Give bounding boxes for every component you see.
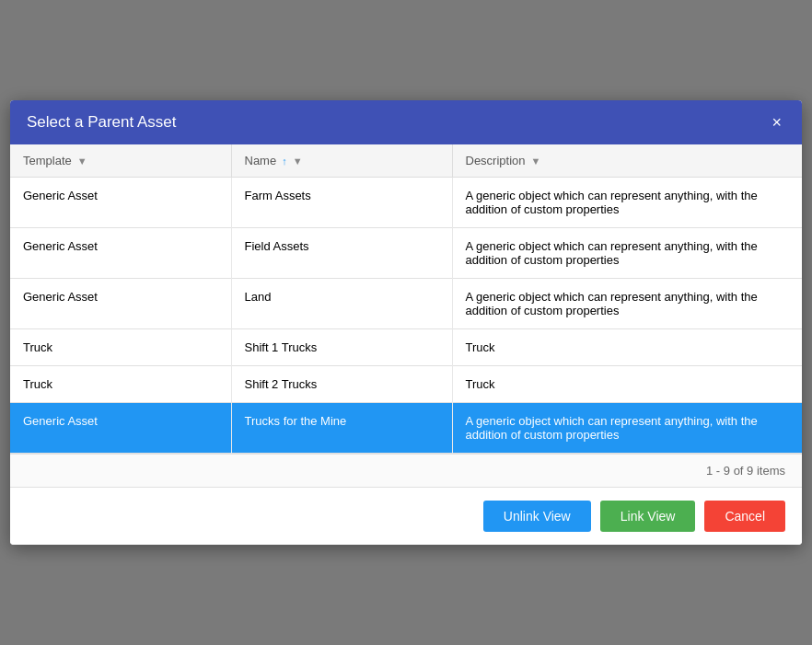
asset-table: Template ▼ Name ↑ ▼ — [10, 144, 802, 454]
table-header: Template ▼ Name ↑ ▼ — [10, 144, 802, 178]
cell-name: Trucks for the Mine — [231, 403, 452, 454]
unlink-view-button[interactable]: Unlink View — [483, 501, 591, 532]
table-row[interactable]: Generic AssetTrucks for the MineA generi… — [10, 403, 802, 454]
cell-name: Shift 1 Trucks — [231, 329, 452, 366]
cell-template: Truck — [10, 366, 231, 403]
modal: Select a Parent Asset × Template ▼ — [10, 100, 802, 545]
cell-template: Generic Asset — [10, 279, 231, 329]
name-sort-icon[interactable]: ↑ — [282, 155, 287, 167]
pagination-label: 1 - 9 of 9 items — [706, 464, 785, 478]
cell-description: Truck — [452, 366, 802, 403]
description-column-label: Description — [466, 154, 526, 167]
modal-title: Select a Parent Asset — [27, 113, 177, 132]
cell-template: Generic Asset — [10, 403, 231, 454]
close-button[interactable]: × — [768, 114, 785, 131]
column-header-description: Description ▼ — [452, 144, 802, 178]
cell-name: Shift 2 Trucks — [231, 366, 452, 403]
table-row[interactable]: TruckShift 2 TrucksTruck — [10, 366, 802, 403]
modal-header: Select a Parent Asset × — [10, 100, 802, 144]
cell-name: Field Assets — [231, 228, 452, 279]
cell-name: Land — [231, 279, 452, 329]
name-filter-icon[interactable]: ▼ — [293, 155, 303, 167]
table-row[interactable]: Generic AssetField AssetsA generic objec… — [10, 228, 802, 279]
cell-description: A generic object which can represent any… — [452, 178, 802, 228]
table-row[interactable]: Generic AssetFarm AssetsA generic object… — [10, 178, 802, 228]
cell-template: Generic Asset — [10, 178, 231, 228]
template-column-label: Template — [23, 154, 72, 167]
cell-name: Farm Assets — [231, 178, 452, 228]
cell-template: Truck — [10, 329, 231, 366]
column-header-template: Template ▼ — [10, 144, 231, 178]
description-filter-icon[interactable]: ▼ — [531, 155, 541, 167]
cell-template: Generic Asset — [10, 228, 231, 279]
table-row[interactable]: TruckShift 1 TrucksTruck — [10, 329, 802, 366]
modal-footer: Unlink View Link View Cancel — [10, 488, 802, 545]
cell-description: A generic object which can represent any… — [452, 228, 802, 279]
cancel-button[interactable]: Cancel — [704, 501, 785, 532]
pagination-bar: 1 - 9 of 9 items — [10, 455, 802, 488]
template-filter-icon[interactable]: ▼ — [77, 155, 87, 167]
name-column-label: Name — [245, 154, 277, 167]
cell-description: Truck — [452, 329, 802, 366]
table-container: Template ▼ Name ↑ ▼ — [10, 144, 802, 455]
link-view-button[interactable]: Link View — [600, 501, 696, 532]
table-body: Generic AssetFarm AssetsA generic object… — [10, 178, 802, 454]
table-row[interactable]: Generic AssetLandA generic object which … — [10, 279, 802, 329]
column-header-name: Name ↑ ▼ — [231, 144, 452, 178]
modal-overlay: Select a Parent Asset × Template ▼ — [0, 0, 812, 645]
cell-description: A generic object which can represent any… — [452, 403, 802, 454]
cell-description: A generic object which can represent any… — [452, 279, 802, 329]
